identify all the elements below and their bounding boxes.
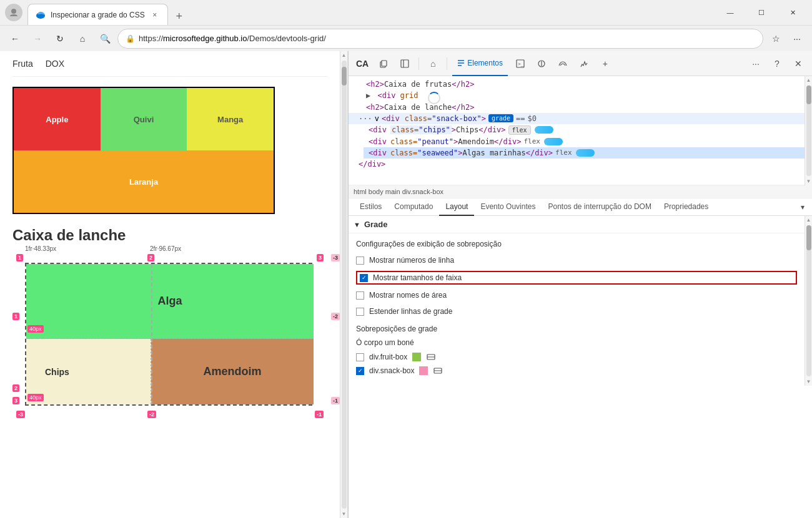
close-button[interactable]: ✕	[778, 2, 807, 22]
refresh-button[interactable]: ↻	[50, 29, 70, 49]
tab-propriedades[interactable]: Propriedades	[658, 198, 715, 216]
tabs-expand-btn[interactable]: ▾	[798, 200, 807, 214]
devtools-console-btn[interactable]: >_	[512, 55, 529, 72]
tab-dom-breakpoints[interactable]: Pontos de interrupção do DOM	[542, 198, 657, 216]
cb-show-track-sizes[interactable]: ✓	[360, 274, 368, 282]
dom-tag-h2-2: <h2>	[366, 103, 384, 112]
dom-tag-div-grid: <div	[377, 91, 395, 100]
devtools-network-btn[interactable]	[554, 55, 572, 72]
snack-amendoim-cell: Amendoim	[151, 339, 314, 404]
dom-line-4[interactable]: ··· v <div class="snack-box" > grade == …	[349, 113, 805, 124]
snack-grid: Alga Chips Amendoim	[25, 263, 312, 406]
elements-tab-active[interactable]: Elementos	[452, 51, 508, 76]
dom-scrollbar[interactable]: ▲ ▼	[805, 76, 812, 185]
expand-arrow-2[interactable]: v	[375, 114, 379, 123]
devtools-close-btn[interactable]: ✕	[790, 55, 807, 72]
devtools-toolbar: CA ⌂ Elementos >_	[349, 51, 812, 76]
dom-attr-seaweed: class=	[390, 149, 417, 157]
nav-dox[interactable]: DOX	[46, 59, 64, 69]
devtools-sidebar-btn[interactable]	[396, 55, 413, 72]
overlay-icon-2[interactable]	[433, 366, 443, 376]
cb-show-area-names[interactable]	[356, 291, 364, 300]
fruit-row-top: Apple Quivi Manga	[14, 88, 274, 150]
devtools-performance-btn[interactable]	[575, 55, 593, 72]
overlay-subtitle: Ó corpo um boné	[356, 338, 797, 347]
grade-badge[interactable]: grade	[488, 114, 513, 122]
url-display: https://microsoftedge.github.io/Demos/de…	[139, 34, 755, 43]
dom-line-1[interactable]: <h2>Caixa de frutas</h2>	[349, 79, 805, 90]
more-button[interactable]: ···	[787, 29, 807, 49]
dom-tree: <h2>Caixa de frutas</h2> ▶ <div grid <h2…	[349, 76, 805, 185]
flex-badge-chips[interactable]: flex	[508, 125, 531, 135]
forward-button[interactable]: →	[27, 29, 47, 49]
devtools-sources-btn[interactable]	[533, 55, 550, 72]
devtools-help-btn[interactable]: ?	[768, 55, 786, 72]
dom-tag-h2-close-2: </h2>	[452, 103, 474, 112]
new-tab-button[interactable]: +	[171, 7, 188, 25]
grade-section: ▼ Grade Configurações de exibição de sob…	[349, 216, 812, 518]
dom-tag-h2-close-1: </h2>	[452, 80, 474, 89]
devtools-scroll-down[interactable]: ▼	[805, 378, 812, 386]
grid-num-tr-neg: -3	[331, 254, 340, 261]
favorites-button[interactable]: ☆	[766, 29, 786, 49]
scroll-up-arrow[interactable]: ▲	[340, 51, 348, 59]
tab-evento[interactable]: Evento Ouvintes	[474, 198, 542, 216]
snack-grid-wrapper: 1fr·48.33px 2fr·96.67px 1 2 3 -3 1 2 3 -…	[25, 263, 315, 406]
nav-fruta[interactable]: Fruta	[12, 59, 33, 69]
back-button[interactable]: ←	[5, 29, 25, 49]
cb-show-line-numbers[interactable]	[356, 257, 364, 265]
url-host: microsoftedge.github.io	[163, 34, 247, 43]
grade-collapse-arrow[interactable]: ▼	[354, 221, 360, 228]
tab-bar: Inspecionar a grade do CSS × +	[27, 0, 711, 25]
dom-line-3[interactable]: <h2>Caixa de lanche</h2>	[349, 102, 805, 113]
nav-actions: ☆ ···	[766, 29, 807, 49]
cb-extend-grid-lines[interactable]	[356, 308, 364, 316]
overlay-config-title: Configurações de exibição de sobreposiçã…	[356, 240, 797, 248]
dom-line-7[interactable]: <div class="seaweed" > Algas marinhas </…	[364, 147, 805, 159]
overlay-icon-1[interactable]	[426, 352, 436, 362]
devtools-right-scrollbar[interactable]: ▲ ▼	[805, 216, 812, 386]
dom-tag-seaweed-close: >	[458, 149, 462, 157]
svg-text:>_: >_	[518, 61, 524, 67]
dom-tag-seaweed-div-close: </div>	[526, 149, 553, 157]
maximize-button[interactable]: ☐	[747, 2, 776, 22]
dom-line-2[interactable]: ▶ <div grid	[349, 90, 805, 102]
px-label-2: 40px	[27, 394, 44, 401]
left-scrollbar[interactable]: ▲ ▼	[340, 51, 348, 518]
dom-line-5[interactable]: <div class="chips" > Chips </div> flex	[364, 124, 805, 136]
dom-line-8[interactable]: </div>	[354, 159, 805, 170]
grid-num-bot-m: -2	[147, 411, 156, 418]
devtools-home-btn[interactable]: ⌂	[424, 55, 442, 72]
dom-tag-div-snack-close: >	[482, 114, 486, 123]
scroll-thumb-left	[342, 67, 347, 86]
fruit-quivi: Quivi	[101, 88, 187, 150]
cb-snack-box[interactable]: ✓	[356, 367, 364, 375]
scroll-down-arrow[interactable]: ▼	[340, 510, 348, 518]
tab-computado[interactable]: Computado	[388, 198, 439, 216]
cb-fruit-box[interactable]	[356, 353, 364, 361]
grade-header[interactable]: ▼ Grade	[349, 216, 805, 233]
dom-scroll-up[interactable]: ▲	[805, 76, 812, 84]
tab-estilos[interactable]: Estilos	[354, 198, 388, 216]
address-bar[interactable]: 🔒 https://microsoftedge.github.io/Demos/…	[117, 29, 763, 49]
lock-icon: 🔒	[126, 34, 135, 43]
active-tab[interactable]: Inspecionar a grade do CSS ×	[27, 4, 168, 25]
devtools-more-btn[interactable]: +	[597, 55, 614, 72]
dom-line-6[interactable]: <div class="peanut" > Amendoim </div> fl…	[364, 136, 805, 147]
devtools-overflow-btn[interactable]: ···	[747, 55, 765, 72]
expand-arrow-1[interactable]: ▶	[366, 91, 370, 100]
page-content: Fruta DOX Apple Quivi Manga Laranja Caix…	[0, 51, 340, 518]
minimize-button[interactable]: —	[716, 2, 745, 22]
dom-attr-class: class=	[405, 114, 432, 123]
dom-tag-h2-1: <h2>	[366, 80, 384, 89]
devtools-scroll-up[interactable]: ▲	[805, 216, 812, 224]
tab-layout[interactable]: Layout	[439, 198, 474, 216]
search-button[interactable]: 🔍	[95, 29, 115, 49]
grid-num-left-top: 1	[12, 313, 19, 320]
devtools-copy-btn[interactable]	[375, 55, 392, 72]
dom-scroll-down[interactable]: ▼	[805, 177, 812, 185]
dom-scroll-thumb	[806, 86, 811, 104]
user-avatar[interactable]	[5, 4, 22, 21]
tab-close-button[interactable]: ×	[150, 10, 160, 20]
home-button[interactable]: ⌂	[72, 29, 92, 49]
